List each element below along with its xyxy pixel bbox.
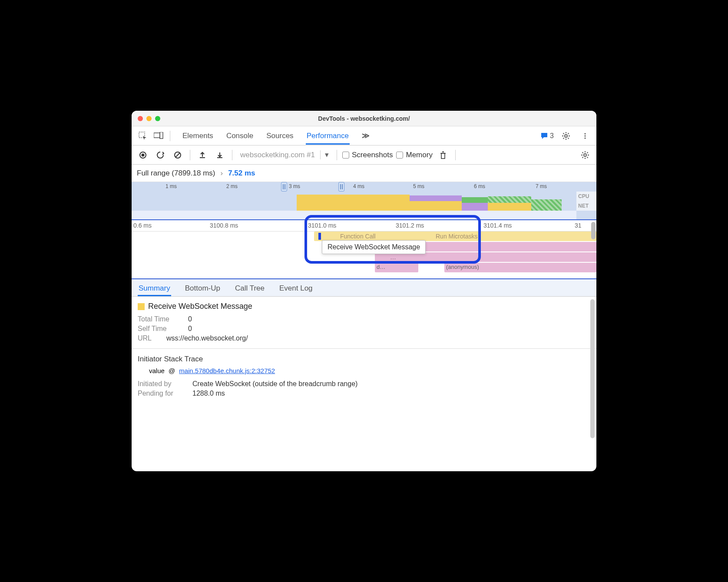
initiated-by-key: Initiated by [138, 380, 185, 388]
tick: 1 ms [165, 183, 177, 189]
selected-range-label[interactable]: 7.52 ms [228, 169, 255, 178]
svg-point-4 [584, 133, 586, 134]
screenshots-label: Screenshots [352, 151, 393, 159]
selected-event-marker [318, 233, 321, 240]
maximize-window-button[interactable] [155, 116, 160, 121]
svg-point-5 [584, 135, 586, 136]
chevron-down-icon: ▾ [320, 150, 329, 159]
record-button[interactable] [136, 148, 150, 162]
capture-settings-icon[interactable] [578, 148, 592, 162]
screenshots-toggle[interactable]: Screenshots [342, 151, 393, 159]
overview-timeline[interactable]: 1 ms 2 ms 3 ms 4 ms 5 ms 6 ms 7 ms CPU N… [132, 182, 596, 219]
tab-event-log[interactable]: Event Log [278, 281, 314, 296]
memory-label: Memory [406, 151, 432, 159]
svg-point-8 [142, 153, 145, 156]
summary-scrollbar[interactable] [590, 299, 595, 438]
issues-badge[interactable]: 3 [540, 132, 554, 140]
category-swatch [138, 303, 145, 310]
flame-scrollbar[interactable] [591, 222, 596, 239]
device-toolbar-icon[interactable] [152, 129, 165, 143]
net-label: NET [576, 201, 596, 211]
svg-rect-11 [441, 153, 445, 159]
window-title: DevTools - websocketking.com/ [132, 115, 596, 122]
issues-count: 3 [550, 132, 554, 140]
reload-record-button[interactable] [153, 148, 167, 162]
flame-row: d… (anonymous) [132, 263, 596, 273]
download-icon[interactable] [213, 148, 227, 162]
bar-label-dots: … [390, 254, 396, 261]
svg-line-10 [175, 153, 180, 157]
range-handle-left[interactable] [281, 182, 287, 192]
more-tabs-button[interactable]: ≫ [361, 127, 371, 145]
devtools-window: DevTools - websocketking.com/ Elements C… [132, 111, 596, 471]
chevron-right-icon: › [220, 169, 223, 178]
tick: 3 ms [289, 183, 300, 189]
url-value: wss://echo.websocket.org/ [166, 334, 248, 342]
bar-label-microtasks: Run Microtasks [436, 233, 477, 240]
settings-icon[interactable] [559, 129, 573, 143]
performance-toolbar: websocketking.com #1 ▾ Screenshots Memor… [132, 146, 596, 165]
flame-chart[interactable]: 0.6 ms 3100.8 ms 3101.0 ms 3101.2 ms 310… [132, 219, 596, 279]
pending-for-key: Pending for [138, 390, 185, 397]
memory-toggle[interactable]: Memory [396, 151, 432, 159]
close-window-button[interactable] [138, 116, 143, 121]
svg-rect-2 [160, 132, 163, 139]
minimize-window-button[interactable] [146, 116, 152, 121]
tab-summary[interactable]: Summary [138, 281, 171, 296]
upload-icon[interactable] [195, 148, 209, 162]
flame-bar[interactable]: d… [375, 263, 418, 272]
stack-at: @ [169, 367, 175, 374]
tick: 5 ms [413, 183, 424, 189]
flame-bar[interactable]: (anonymous) [444, 263, 596, 272]
collect-garbage-icon[interactable] [436, 148, 450, 162]
initiated-by-value: Create WebSocket (outside of the breadcr… [192, 380, 357, 388]
tick: 2 ms [226, 183, 238, 189]
checkbox-icon [396, 152, 403, 159]
flame-ruler: 0.6 ms 3100.8 ms 3101.0 ms 3101.2 ms 310… [132, 220, 596, 231]
tab-performance[interactable]: Performance [306, 127, 350, 145]
tick: 0.6 ms [133, 222, 152, 229]
checkbox-icon [342, 152, 349, 159]
bar-label-function-call: Function Call [340, 233, 376, 240]
overview-labels: CPU NET [576, 192, 596, 211]
separator [337, 150, 337, 160]
event-name: Receive WebSocket Message [148, 302, 252, 311]
self-time-value: 0 [188, 325, 192, 333]
kebab-menu-icon[interactable] [578, 129, 592, 143]
tab-bottom-up[interactable]: Bottom-Up [184, 281, 221, 296]
titlebar: DevTools - websocketking.com/ [132, 111, 596, 126]
cpu-chart [132, 192, 576, 211]
divider [132, 348, 596, 349]
separator [455, 150, 456, 160]
range-handle-right[interactable] [338, 182, 344, 192]
svg-point-3 [565, 135, 567, 137]
tab-sources[interactable]: Sources [265, 127, 294, 145]
stack-trace-header: Initiator Stack Trace [138, 355, 590, 364]
range-breadcrumb: Full range (7899.18 ms) › 7.52 ms [132, 165, 596, 182]
summary-pane: Receive WebSocket Message Total Time0 Se… [132, 297, 596, 471]
tick: 4 ms [353, 183, 364, 189]
overview-ruler: 1 ms 2 ms 3 ms 4 ms 5 ms 6 ms 7 ms [132, 182, 596, 192]
tick: 6 ms [474, 183, 485, 189]
detail-tabs: Summary Bottom-Up Call Tree Event Log [132, 279, 596, 297]
main-tabs: Elements Console Sources Performance ≫ 3 [132, 126, 596, 146]
stack-fn: value [149, 367, 165, 374]
summary-title: Receive WebSocket Message [138, 302, 590, 311]
self-time-key: Self Time [138, 325, 181, 333]
full-range-label[interactable]: Full range (7899.18 ms) [137, 169, 215, 178]
inspect-icon[interactable] [136, 129, 150, 143]
clear-button[interactable] [171, 148, 185, 162]
tick: 7 ms [536, 183, 547, 189]
tab-call-tree[interactable]: Call Tree [234, 281, 265, 296]
separator [170, 131, 170, 141]
recording-select[interactable]: websocketking.com #1 ▾ [238, 150, 331, 159]
url-key: URL [138, 334, 159, 342]
tick: 3101.0 ms [308, 222, 336, 229]
tab-console[interactable]: Console [225, 127, 254, 145]
stack-frame: value @ main.5780db4e.chunk.js:2:32752 [149, 367, 590, 375]
recording-label: websocketking.com #1 [240, 151, 315, 159]
tab-elements[interactable]: Elements [182, 127, 214, 145]
total-time-key: Total Time [138, 315, 181, 323]
svg-rect-1 [154, 133, 160, 138]
stack-link[interactable]: main.5780db4e.chunk.js:2:32752 [179, 367, 275, 374]
